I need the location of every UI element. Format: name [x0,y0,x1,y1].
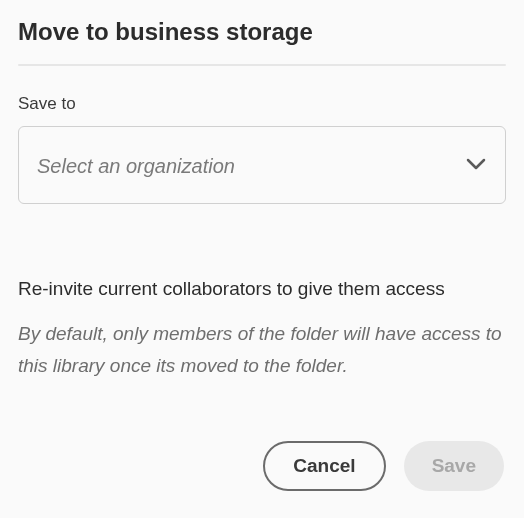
divider [18,64,506,66]
button-row: Cancel Save [18,441,506,491]
organization-select[interactable]: Select an organization [18,126,506,204]
dialog-title: Move to business storage [18,18,506,46]
helper-text: By default, only members of the folder w… [18,318,506,383]
save-button[interactable]: Save [404,441,504,491]
reinvite-heading: Re-invite current collaborators to give … [18,278,506,300]
save-to-label: Save to [18,94,506,114]
cancel-button[interactable]: Cancel [263,441,385,491]
organization-select-value[interactable]: Select an organization [18,126,506,204]
